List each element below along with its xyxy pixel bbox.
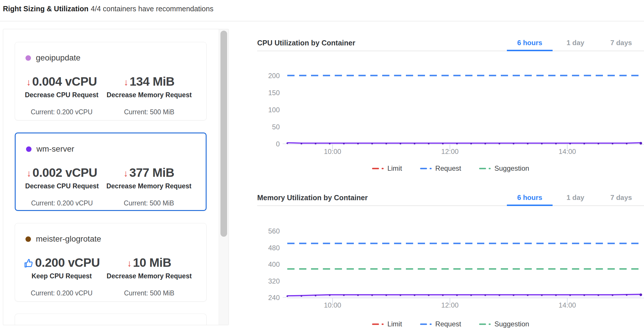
container-name-row: meister-glogrotate [23, 234, 198, 244]
memory-current-value: Current: 500 MiB [124, 108, 174, 116]
arrow-down-icon: ↓ [124, 78, 128, 87]
svg-text:10:00: 10:00 [324, 301, 341, 309]
svg-text:480: 480 [268, 244, 280, 252]
svg-text:400: 400 [268, 260, 280, 268]
cpu-current-value: Current: 0.200 vCPU [31, 108, 92, 116]
memory-current-value: Current: 500 MiB [124, 289, 174, 297]
svg-text:200: 200 [268, 72, 280, 80]
svg-text:50: 50 [272, 123, 280, 131]
container-color-dot [25, 236, 31, 242]
legend-item-request[interactable]: Request [420, 164, 461, 172]
memory-metric: ↓ 134 MiB Decrease Memory Request Curren… [100, 75, 198, 116]
arrow-down-icon: ↓ [26, 78, 31, 87]
memory-current-value: Current: 500 MiB [124, 199, 174, 207]
container-card-list: geoipupdate ↓ 0.004 vCPU Decrease CPU Re… [3, 29, 218, 325]
container-name: wm-server [36, 144, 74, 154]
svg-text:10:00: 10:00 [324, 148, 341, 155]
tab-7-days[interactable]: 7 days [598, 190, 644, 205]
memory-recommendation-label: Decrease Memory Request [107, 272, 192, 280]
cpu-metric: 0.200 vCPU Keep CPU Request Current: 0.2… [23, 256, 100, 297]
cpu-time-range-tabs: 6 hours 1 day 7 days [507, 35, 644, 51]
svg-text:12:00: 12:00 [441, 148, 459, 155]
memory-chart-legend: Limit Request Suggestion [257, 318, 644, 330]
cpu-metric: ↓ 0.004 vCPU Decrease CPU Request Curren… [23, 75, 100, 116]
memory-metric: ↓ 377 MiB Decrease Memory Request Curren… [100, 166, 198, 207]
container-name: geoipupdate [36, 53, 80, 62]
cpu-recommendation-label: Decrease CPU Request [25, 182, 99, 190]
cpu-chart-header: CPU Utilization by Container 6 hours 1 d… [257, 35, 644, 51]
cpu-recommended-value: 0.200 vCPU [35, 256, 100, 270]
svg-text:240: 240 [268, 294, 280, 301]
memory-recommendation-label: Decrease Memory Request [107, 91, 192, 99]
page-subtitle: 4/4 containers have recommendations [91, 5, 214, 13]
page-title: Right Sizing & Utilization [3, 5, 89, 13]
suggestion-line-swatch [479, 323, 491, 325]
tab-6-hours[interactable]: 6 hours [507, 35, 553, 51]
memory-chart-title: Memory Utilization by Container [257, 194, 368, 202]
svg-text:14:00: 14:00 [559, 301, 576, 309]
memory-recommendation-label: Decrease Memory Request [106, 182, 192, 190]
cpu-recommended-value: 0.004 vCPU [32, 75, 97, 89]
memory-recommended-value: 134 MiB [130, 75, 174, 89]
tab-1-day[interactable]: 1 day [553, 190, 598, 205]
cpu-current-value: Current: 0.200 vCPU [31, 199, 93, 207]
suggestion-line-swatch [479, 168, 491, 169]
container-card-meister-glogrotate[interactable]: meister-glogrotate 0.200 vCPU Keep CPU R… [15, 223, 207, 301]
svg-text:320: 320 [268, 277, 280, 285]
cpu-utilization-chart[interactable]: 20015010050010:0012:0014:00 [257, 69, 644, 156]
svg-text:100: 100 [268, 106, 280, 114]
memory-utilization-chart[interactable]: 56048040032024010:0012:0014:00 [257, 220, 644, 310]
svg-text:12:00: 12:00 [441, 301, 459, 309]
legend-item-limit[interactable]: Limit [372, 320, 402, 328]
memory-recommended-value: 377 MiB [129, 166, 174, 180]
legend-item-request[interactable]: Request [420, 320, 461, 328]
metrics-row: ↓ 0.002 vCPU Decrease CPU Request Curren… [24, 166, 198, 207]
cpu-metric: ↓ 0.002 vCPU Decrease CPU Request Curren… [24, 166, 100, 207]
svg-text:14:00: 14:00 [559, 148, 576, 155]
request-line-swatch [420, 323, 432, 325]
tab-7-days[interactable]: 7 days [598, 35, 644, 51]
cpu-chart-legend: Limit Request Suggestion [257, 162, 644, 175]
request-line-swatch [420, 168, 432, 169]
container-name-row: geoipupdate [23, 53, 198, 62]
thumbs-up-icon [23, 258, 34, 269]
page-header: Right Sizing & Utilization4/4 containers… [0, 0, 644, 21]
recommendations-panel: geoipupdate ↓ 0.004 vCPU Decrease CPU Re… [3, 29, 229, 325]
container-card-wm-server[interactable]: wm-server ↓ 0.002 vCPU Decrease CPU Requ… [15, 133, 207, 211]
scrollbar[interactable] [219, 29, 229, 325]
limit-line-swatch [372, 323, 384, 325]
container-name-row: wm-server [24, 144, 198, 154]
svg-text:560: 560 [268, 227, 280, 235]
arrow-down-icon: ↓ [124, 169, 128, 178]
limit-line-swatch [372, 168, 384, 169]
legend-item-suggestion[interactable]: Suggestion [479, 320, 529, 328]
container-name: meister-glogrotate [36, 234, 101, 244]
container-color-dot [26, 146, 32, 152]
cpu-recommendation-label: Keep CPU Request [32, 272, 92, 280]
scrollbar-thumb[interactable] [220, 31, 227, 237]
svg-text:150: 150 [268, 89, 280, 97]
container-card-partial[interactable] [15, 314, 207, 325]
tab-1-day[interactable]: 1 day [553, 35, 598, 51]
container-card-geoipupdate[interactable]: geoipupdate ↓ 0.004 vCPU Decrease CPU Re… [15, 42, 207, 120]
memory-chart-header: Memory Utilization by Container 6 hours … [257, 190, 644, 206]
cpu-current-value: Current: 0.200 vCPU [31, 289, 92, 297]
legend-item-limit[interactable]: Limit [372, 164, 402, 172]
arrow-down-icon: ↓ [27, 169, 31, 178]
memory-recommended-value: 10 MiB [133, 256, 171, 270]
metrics-row: ↓ 0.004 vCPU Decrease CPU Request Curren… [23, 75, 198, 116]
container-color-dot [25, 55, 31, 61]
cpu-recommendation-label: Decrease CPU Request [25, 91, 98, 99]
memory-time-range-tabs: 6 hours 1 day 7 days [507, 190, 644, 205]
tab-6-hours[interactable]: 6 hours [507, 190, 553, 205]
cpu-recommended-value: 0.002 vCPU [32, 166, 97, 180]
svg-text:0: 0 [276, 140, 280, 148]
legend-item-suggestion[interactable]: Suggestion [479, 164, 529, 172]
cpu-chart-title: CPU Utilization by Container [257, 39, 355, 47]
memory-metric: ↓ 10 MiB Decrease Memory Request Current… [100, 256, 198, 297]
metrics-row: 0.200 vCPU Keep CPU Request Current: 0.2… [23, 256, 198, 297]
arrow-down-icon: ↓ [127, 259, 132, 268]
